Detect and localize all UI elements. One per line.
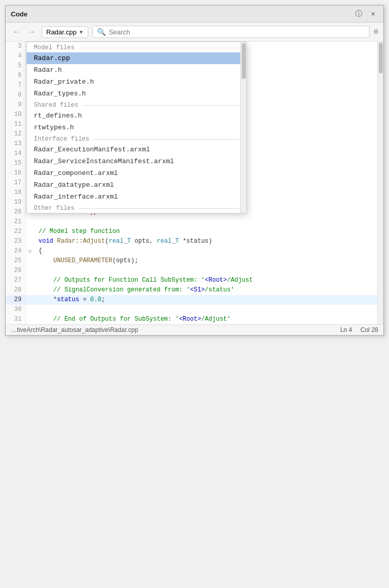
file-dropdown-label: Radar.cpp	[46, 28, 76, 36]
title-bar: Code ⓘ ×	[6, 6, 383, 23]
line-content: *status = 0.0;	[33, 295, 105, 305]
dropdown-item-rtwtypes-h[interactable]: rtwtypes.h	[27, 122, 246, 133]
line-number: 5	[6, 61, 26, 71]
fold-indicator	[26, 237, 33, 246]
dropdown-scrollbar[interactable]	[240, 42, 246, 213]
dropdown-item-radar-types-h[interactable]: Radar_types.h	[27, 88, 246, 100]
line-number: 27	[6, 276, 26, 285]
fold-indicator	[26, 285, 33, 295]
code-line: 23 void Radar::Adjust(real_T opts, real_…	[6, 237, 377, 246]
line-number: 9	[6, 100, 26, 110]
line-number: 31	[6, 315, 26, 324]
file-dropdown[interactable]: Radar.cpp ▼	[42, 26, 88, 38]
status-ln: Ln 4	[340, 326, 352, 334]
line-content	[33, 217, 38, 227]
vertical-scrollbar[interactable]	[377, 42, 383, 324]
line-content: {	[33, 246, 42, 256]
line-number: 11	[6, 120, 26, 129]
line-number: 12	[6, 129, 26, 139]
fold-indicator	[26, 276, 33, 285]
line-number: 26	[6, 266, 26, 276]
line-number: 20	[6, 207, 26, 217]
search-box: 🔍	[92, 26, 369, 38]
line-content: // SignalConversion generated from: '<S1…	[33, 285, 235, 295]
code-line: 24 ⊟ {	[6, 246, 377, 256]
line-number: 8	[6, 90, 26, 100]
code-line: 30	[6, 305, 377, 315]
dropdown-section-interface: Interface files	[27, 133, 246, 144]
file-dropdown-panel[interactable]: Model files Radar.cpp Radar.h Radar_priv…	[26, 42, 247, 213]
line-content: // Outputs for Function Call SubSystem: …	[33, 276, 253, 285]
status-bar: …tiveArch\Radar_autosar_adaptive\Radar.c…	[6, 324, 383, 335]
line-content: UNUSED_PARAMETER(opts);	[33, 256, 138, 266]
fold-indicator	[26, 315, 33, 324]
code-line: 29 *status = 0.0;	[6, 295, 377, 305]
menu-icon[interactable]: ≡	[374, 27, 378, 36]
line-number: 29	[6, 295, 26, 305]
line-number: 3	[6, 42, 26, 51]
line-number: 16	[6, 168, 26, 178]
line-number: 24	[6, 246, 26, 256]
dropdown-item-rt-defines-h[interactable]: rt_defines.h	[27, 110, 246, 122]
fold-indicator[interactable]: ⊟	[26, 246, 33, 256]
line-number: 17	[6, 178, 26, 188]
back-button[interactable]: ←	[11, 27, 22, 37]
code-line: 22 // Model step function	[6, 227, 377, 237]
dropdown-item-interface[interactable]: Radar_interface.arxml	[27, 191, 246, 203]
code-line: 26	[6, 266, 377, 276]
toolbar: ← → Radar.cpp ▼ 🔍 ≡	[6, 23, 383, 42]
fold-indicator	[26, 227, 33, 237]
search-icon: 🔍	[97, 28, 106, 36]
fold-indicator	[26, 256, 33, 266]
dropdown-section-shared: Shared files	[27, 100, 246, 110]
code-line: 25 UNUSED_PARAMETER(opts);	[6, 256, 377, 266]
chevron-down-icon: ▼	[79, 29, 84, 35]
line-number: 28	[6, 285, 26, 295]
search-input[interactable]	[109, 28, 364, 36]
close-button[interactable]: ×	[368, 9, 378, 19]
line-number: 23	[6, 237, 26, 246]
line-number: 15	[6, 159, 26, 168]
line-number: 14	[6, 149, 26, 159]
info-button[interactable]: ⓘ	[354, 9, 364, 19]
line-content: // Model step function	[33, 227, 120, 237]
dropdown-item-radar-h[interactable]: Radar.h	[27, 64, 246, 76]
line-number: 30	[6, 305, 26, 315]
code-window: Code ⓘ × ← → Radar.cpp ▼ 🔍 ≡ 3 //	[5, 5, 384, 336]
status-path: …tiveArch\Radar_autosar_adaptive\Radar.c…	[11, 326, 334, 334]
dropdown-item-radar-private-h[interactable]: Radar_private.h	[27, 76, 246, 88]
line-number: 10	[6, 110, 26, 120]
window-title: Code	[11, 10, 28, 18]
fold-indicator	[26, 295, 33, 305]
line-content: void Radar::Adjust(real_T opts, real_T *…	[33, 237, 212, 246]
forward-button[interactable]: →	[26, 27, 37, 37]
title-bar-controls: ⓘ ×	[354, 9, 378, 19]
dropdown-item-radar-cpp[interactable]: Radar.cpp	[27, 52, 246, 64]
line-number: 13	[6, 139, 26, 149]
dropdown-item-service-manifest[interactable]: Radar_ServiceInstanceManifest.arxml	[27, 155, 246, 167]
scrollbar-thumb	[379, 43, 383, 73]
dropdown-section-other: Other files	[27, 203, 246, 213]
line-number: 21	[6, 217, 26, 227]
fold-indicator	[26, 217, 33, 227]
code-line: 31 // End of Outputs for SubSystem: '<Ro…	[6, 315, 377, 324]
fold-indicator	[26, 266, 33, 276]
line-content: // End of Outputs for SubSystem: '<Root>…	[33, 315, 230, 324]
code-line: 28 // SignalConversion generated from: '…	[6, 285, 377, 295]
fold-indicator	[26, 305, 33, 315]
dropdown-item-datatype[interactable]: Radar_datatype.arxml	[27, 179, 246, 191]
code-line: 27 // Outputs for Function Call SubSyste…	[6, 276, 377, 285]
line-number: 22	[6, 227, 26, 237]
dropdown-item-execution-manifest[interactable]: Radar_ExecutionManifest.arxml	[27, 144, 246, 155]
code-line: 21	[6, 217, 377, 227]
line-number: 18	[6, 188, 26, 198]
line-number: 6	[6, 71, 26, 81]
code-area: 3 // 4 // dback and te 5 // 6 // 7	[6, 42, 377, 324]
status-col: Col 28	[360, 326, 378, 334]
line-number: 19	[6, 198, 26, 207]
dropdown-scrollbar-thumb	[242, 43, 246, 79]
line-content	[33, 266, 38, 276]
line-number: 25	[6, 256, 26, 266]
line-content	[33, 305, 38, 315]
dropdown-item-component[interactable]: Radar_component.arxml	[27, 167, 246, 179]
